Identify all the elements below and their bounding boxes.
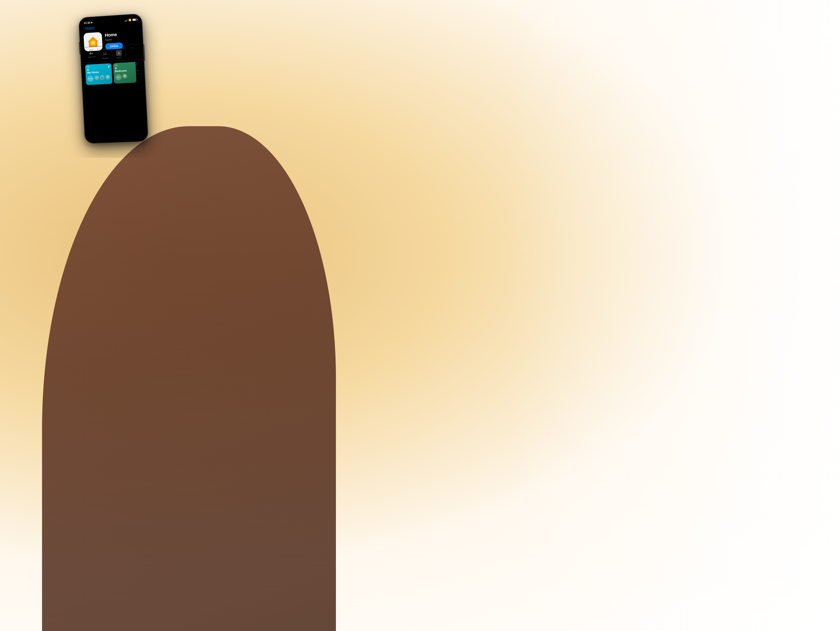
bar-1 <box>125 21 125 21</box>
age-value: 4+ <box>89 52 93 55</box>
age-label: AGE <box>89 49 93 51</box>
more-screenshots[interactable]: + › <box>137 69 141 75</box>
ss2-bulb-icon: 💡 <box>122 74 127 78</box>
ss2-device-icons: 71° 💡 <box>115 73 135 81</box>
developer-value: Apple <box>117 56 122 59</box>
signal-bars-icon <box>125 19 128 21</box>
ss2-temp: 71° <box>115 74 122 81</box>
ss1-plus-icon: + <box>107 65 109 69</box>
ss2-time: 9:41 <box>115 65 117 66</box>
svg-marker-6 <box>87 69 89 71</box>
back-chevron-icon: ‹ <box>83 26 84 30</box>
battery-icon <box>132 18 137 21</box>
screenshot-bedroom[interactable]: 9:41 Bedroom 71° 💡 <box>113 62 137 84</box>
bar-3 <box>126 20 127 21</box>
ss1-temp: 71°20% <box>87 76 94 82</box>
developer-label: DEVELOPER <box>112 47 125 50</box>
category-icon <box>102 51 108 57</box>
category-cell: CATEGORY Lifestyle <box>98 48 112 60</box>
category-label: CATEGORY <box>99 48 111 51</box>
ss1-bulb-icon: 💡 <box>106 74 110 79</box>
language-label: LA <box>131 46 134 49</box>
ss1-device-icons: 71°20% 🔓 🚗 💡 <box>87 74 111 82</box>
location-icon: ▶ <box>91 21 93 24</box>
ss1-home-icon <box>87 68 89 71</box>
developer-person-icon <box>117 51 121 55</box>
ss1-garage-icon: 🚗 <box>100 75 104 80</box>
ss1-time: 9:41 <box>87 66 90 68</box>
age-cell: AGE 4+ Years Old <box>84 49 98 60</box>
screenshot-my-home[interactable]: 9:41 My Home + 71°20% 🔓 <box>85 63 112 85</box>
wifi-icon: 📶 <box>128 19 131 21</box>
app-store-screen: 11:10 ▶ 📶 <box>79 14 148 143</box>
ss2-home-icon <box>115 67 117 69</box>
phone-screen-area: 11:10 ▶ 📶 <box>79 14 148 143</box>
category-value: Lifestyle <box>102 57 109 60</box>
battery-fill <box>133 19 136 21</box>
bar-4 <box>127 19 128 21</box>
back-button[interactable]: Search <box>85 25 95 30</box>
developer-avatar <box>116 50 122 56</box>
bar-2 <box>126 20 126 21</box>
svg-marker-7 <box>115 67 117 69</box>
svg-point-5 <box>118 52 119 53</box>
phone-device: 11:10 ▶ 📶 <box>78 13 148 144</box>
lifestyle-icon <box>102 51 107 56</box>
status-time: 11:10 ▶ <box>84 21 93 24</box>
ss1-lock-icon: 🔓 <box>94 75 99 80</box>
phone-outer-body: 11:10 ▶ 📶 <box>78 13 148 144</box>
age-sublabel: Years Old <box>87 55 95 58</box>
status-icons: 📶 <box>125 18 137 22</box>
language-cell: LA <box>126 46 140 58</box>
developer-cell: DEVELOPER Apple <box>112 47 126 59</box>
ss2-title: Bedroom <box>115 68 134 73</box>
